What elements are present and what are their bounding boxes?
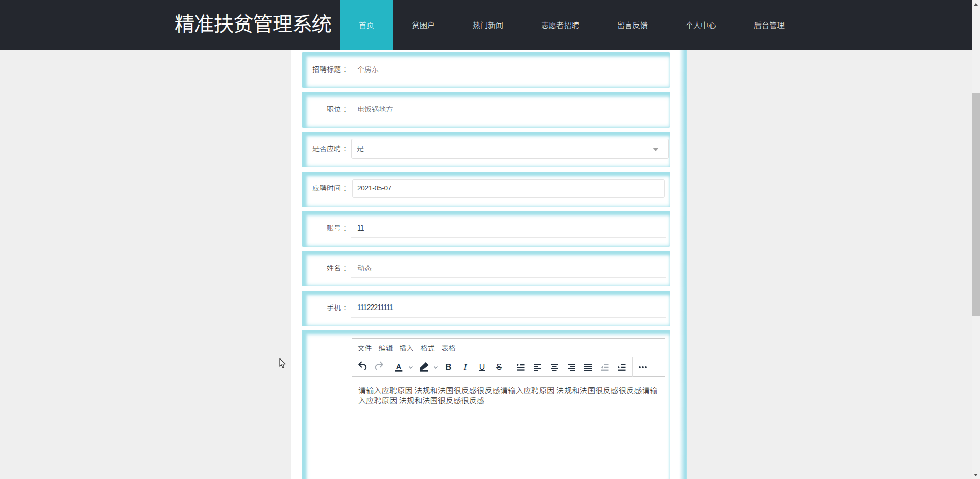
svg-text:A: A bbox=[396, 362, 401, 370]
